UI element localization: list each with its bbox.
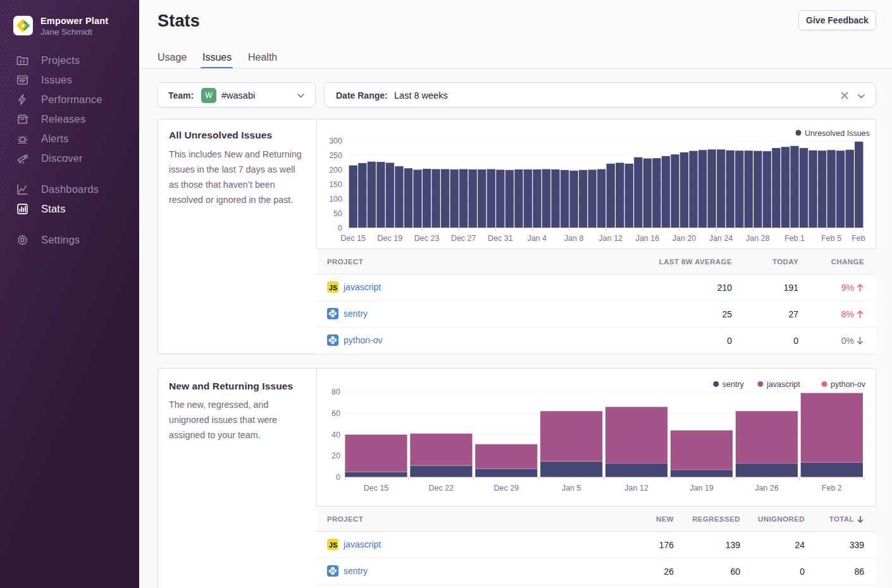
svg-text:60: 60 bbox=[331, 409, 340, 418]
svg-text:100: 100 bbox=[329, 195, 342, 204]
svg-text:Jan 8: Jan 8 bbox=[564, 234, 584, 243]
svg-text:250: 250 bbox=[329, 151, 342, 160]
svg-text:Feb 2: Feb 2 bbox=[822, 484, 842, 493]
svg-text:Dec 15: Dec 15 bbox=[364, 484, 389, 493]
svg-text:300: 300 bbox=[329, 137, 342, 145]
svg-text:Dec 22: Dec 22 bbox=[429, 484, 454, 493]
svg-text:50: 50 bbox=[333, 209, 342, 218]
svg-text:0: 0 bbox=[336, 473, 340, 482]
svg-text:150: 150 bbox=[329, 180, 342, 189]
svg-text:200: 200 bbox=[329, 166, 342, 175]
svg-text:Unresolved Issues: Unresolved Issues bbox=[805, 129, 870, 138]
svg-text:Jan 20: Jan 20 bbox=[672, 234, 697, 243]
svg-text:sentry: sentry bbox=[722, 380, 745, 389]
svg-text:Jan 12: Jan 12 bbox=[599, 234, 623, 243]
svg-text:Dec 29: Dec 29 bbox=[493, 484, 519, 493]
svg-text:Feb 1: Feb 1 bbox=[784, 234, 805, 243]
svg-text:80: 80 bbox=[331, 388, 340, 396]
svg-text:Dec 19: Dec 19 bbox=[378, 234, 403, 243]
svg-text:JS: JS bbox=[329, 284, 337, 291]
svg-text:Jan 16: Jan 16 bbox=[636, 234, 660, 243]
svg-text:javascript: javascript bbox=[766, 380, 800, 389]
svg-text:Dec 23: Dec 23 bbox=[414, 234, 440, 243]
svg-text:0: 0 bbox=[338, 224, 342, 233]
svg-text:Jan 4: Jan 4 bbox=[528, 234, 547, 243]
svg-text:40: 40 bbox=[331, 431, 340, 439]
svg-text:JS: JS bbox=[329, 541, 337, 549]
svg-text:Feb: Feb bbox=[852, 234, 865, 243]
svg-text:20: 20 bbox=[331, 451, 340, 460]
svg-text:Jan 12: Jan 12 bbox=[624, 484, 648, 493]
svg-text:Jan 26: Jan 26 bbox=[755, 484, 779, 493]
svg-text:Jan 19: Jan 19 bbox=[690, 484, 714, 493]
svg-text:Feb 5: Feb 5 bbox=[821, 234, 841, 243]
svg-text:Jan 24: Jan 24 bbox=[709, 234, 733, 243]
svg-text:python-ov: python-ov bbox=[831, 380, 866, 389]
svg-text:Dec 31: Dec 31 bbox=[488, 234, 513, 243]
svg-text:Jan 5: Jan 5 bbox=[562, 484, 581, 493]
svg-text:Jan 28: Jan 28 bbox=[746, 234, 770, 243]
svg-text:Dec 15: Dec 15 bbox=[340, 234, 366, 243]
svg-text:Dec 27: Dec 27 bbox=[451, 234, 476, 243]
